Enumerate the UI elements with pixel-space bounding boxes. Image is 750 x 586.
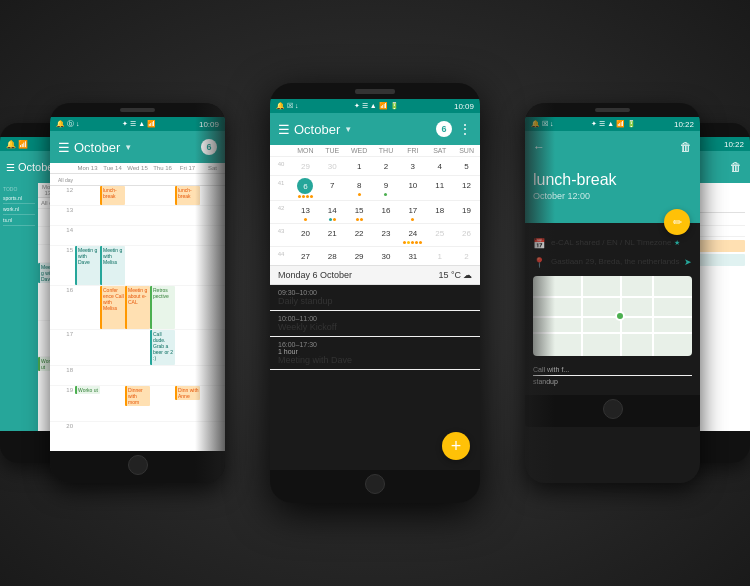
event-dinner-mom-l: Dinner with mom <box>125 386 150 406</box>
col-tue: Tue 14 <box>100 163 125 173</box>
event-item-3[interactable]: 16:00–17:30 1 hour Meeting with Dave <box>270 337 480 370</box>
d-3: 3 <box>399 157 426 175</box>
r17-c6 <box>200 330 225 365</box>
dot-13-1 <box>304 218 307 221</box>
col-thu: Thu 16 <box>150 163 175 173</box>
event-item-2[interactable]: 10:00–11:00 Weekly Kickoff <box>270 311 480 337</box>
toolbar-left: ☰ October ▼ 6 <box>50 131 225 163</box>
weather-temp: 15 °C ☁ <box>438 270 472 280</box>
r13-c1 <box>75 206 100 225</box>
r19-c1: Worko ut <box>75 386 100 421</box>
r14-c2 <box>100 226 125 245</box>
d-2: 2 <box>373 157 400 175</box>
d-18: 18 <box>426 201 453 223</box>
back-icon-right[interactable]: ← <box>533 140 545 154</box>
r18-c4 <box>150 366 175 385</box>
menu-icon-leftmost[interactable]: ☰ <box>6 162 15 173</box>
home-button-center[interactable] <box>365 474 385 494</box>
col-wed: Wed 15 <box>125 163 150 173</box>
r12-c4 <box>150 186 175 205</box>
event-item-1[interactable]: 09:30–10:00 Daily standup <box>270 285 480 311</box>
event-extra: Call with f... standup <box>533 364 692 387</box>
event-detail-subtitle: October 12:00 <box>533 191 692 201</box>
allday-wed <box>125 174 150 185</box>
event-time-2: 10:00–11:00 <box>278 315 472 322</box>
col-fri: Fri 17 <box>175 163 200 173</box>
d-11: 11 <box>426 176 453 200</box>
dot-6-1 <box>298 195 301 198</box>
map-pin <box>615 311 625 321</box>
d-1b: 1 <box>426 247 453 265</box>
week-num-header <box>270 145 292 156</box>
event-detail-title: lunch-break <box>533 171 692 189</box>
time-12: 12 <box>50 186 75 205</box>
menu-icon-center[interactable]: ☰ <box>278 122 290 137</box>
event-workout-l: Worko ut <box>75 386 100 394</box>
allday-mon <box>75 174 100 185</box>
d-5: 5 <box>453 157 480 175</box>
r20-c6 <box>200 422 225 442</box>
r14-c4 <box>150 226 175 245</box>
d-10: 10 <box>399 176 426 200</box>
dot-9-1 <box>384 193 387 196</box>
r12-c2: lunch-break <box>100 186 125 205</box>
r20-c1 <box>75 422 100 442</box>
toolbar-right: ← 🗑 <box>525 131 700 163</box>
delete-icon-rightmost[interactable]: 🗑 <box>730 160 742 174</box>
r15-c1: Meetin g with Dave <box>75 246 100 285</box>
r12-c1 <box>75 186 100 205</box>
home-button-left[interactable] <box>128 455 148 475</box>
d-20: 20 <box>292 224 319 246</box>
r19-c6 <box>200 386 225 421</box>
badge-center: 6 <box>436 121 452 137</box>
r19-c5: Dinn with Anne <box>175 386 200 421</box>
allday-sat <box>200 174 225 185</box>
day-6-circle: 6 <box>297 178 313 194</box>
road-v3 <box>652 276 654 356</box>
r16-c4: Retros pective <box>150 286 175 329</box>
d-30b: 30 <box>373 247 400 265</box>
sidebar-item-2[interactable]: work.nl <box>3 206 35 215</box>
standup-info: standup <box>533 376 692 387</box>
sidebar-item-1[interactable]: sports.nl <box>3 195 35 204</box>
screen-left: Mon 13 Tue 14 Wed 15 Thu 16 Fri 17 Sat A… <box>50 163 225 451</box>
map-view[interactable] <box>533 276 692 356</box>
dot-8-1 <box>358 193 361 196</box>
wk42: 42 <box>270 201 292 223</box>
d-21: 21 <box>319 224 346 246</box>
r17-c3 <box>125 330 150 365</box>
delete-icon-right[interactable]: 🗑 <box>680 140 692 154</box>
d-24: 24 <box>399 224 426 246</box>
d-6[interactable]: 6 <box>292 176 319 200</box>
sidebar-item-3[interactable]: ts.nl <box>3 217 35 226</box>
d-8: 8 <box>346 176 373 200</box>
col-sun-m: SUN <box>453 145 480 156</box>
wk43: 43 <box>270 224 292 246</box>
r15-c6 <box>200 246 225 285</box>
road-h2 <box>533 316 692 318</box>
menu-icon-left[interactable]: ☰ <box>58 140 70 155</box>
event-detail-header: lunch-break October 12:00 ✏ <box>525 163 700 223</box>
allday-fri <box>175 174 200 185</box>
map-grid <box>533 276 692 356</box>
edit-fab[interactable]: ✏ <box>664 209 690 235</box>
d-31: 31 <box>399 247 426 265</box>
event-call-dude-l: Call dude. Grab a beer or 2 :) <box>150 330 175 365</box>
d-27: 27 <box>292 247 319 265</box>
dot-6-4 <box>310 195 313 198</box>
r16-c6 <box>200 286 225 329</box>
d-17: 17 <box>399 201 426 223</box>
dot-14-2 <box>333 218 336 221</box>
fab-button[interactable]: + <box>442 432 470 460</box>
dot-14-1 <box>329 218 332 221</box>
r12-c5: lunch-break <box>175 186 200 205</box>
home-button-right[interactable] <box>603 399 623 419</box>
notif-icons-center: 🔔 ☒ ↓ <box>276 102 298 110</box>
nav-icon[interactable]: ➤ <box>684 257 692 267</box>
more-icon-center[interactable]: ⋮ <box>458 121 472 137</box>
status-bar-right: 🔔 ☒ ↓ ✦ ☰ ▲ 📶 🔋 10:22 <box>525 117 700 131</box>
time-gutter <box>50 163 75 173</box>
d-15: 15 <box>346 201 373 223</box>
r14-c3 <box>125 226 150 245</box>
r14-c5 <box>175 226 200 245</box>
